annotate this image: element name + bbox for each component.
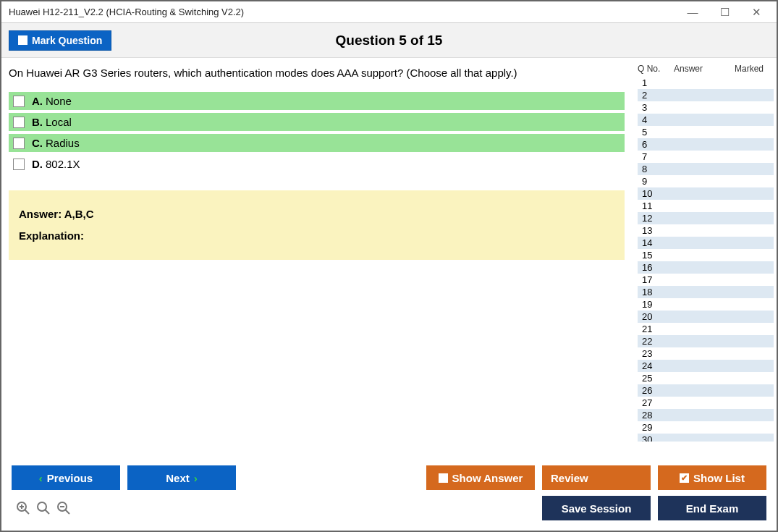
option-text: 802.1X (46, 158, 80, 170)
content-area: On Huawei AR G3 Series routers, which au… (1, 58, 777, 458)
review-label: Review (551, 472, 588, 484)
qlist-row[interactable]: 8 (638, 163, 774, 175)
qlist-row[interactable]: 14 (638, 237, 774, 249)
next-button[interactable]: Next › (127, 465, 236, 490)
option-text: None (46, 95, 72, 107)
qlist-row[interactable]: 17 (638, 274, 774, 286)
previous-label: Previous (47, 472, 93, 484)
option-text: Local (46, 116, 72, 128)
question-list-panel: Q No. Answer Marked 12345678910111213141… (632, 58, 777, 458)
qlist-row[interactable]: 19 (638, 298, 774, 311)
qlist-row[interactable]: 7 (638, 151, 774, 163)
option-A[interactable]: A. None (9, 92, 625, 110)
svg-line-7 (66, 510, 70, 515)
qlist-row[interactable]: 10 (638, 187, 774, 200)
button-row-2: Save Session End Exam (12, 496, 766, 520)
next-label: Next (166, 472, 190, 484)
save-session-button[interactable]: Save Session (542, 496, 651, 520)
qlist-row[interactable]: 2 (638, 89, 774, 101)
checkbox-icon[interactable] (13, 159, 25, 170)
qlist-row[interactable]: 25 (638, 372, 774, 384)
main-panel: On Huawei AR G3 Series routers, which au… (1, 58, 632, 458)
bottom-bar: ‹ Previous Next › Show Answer Review ✔ S… (1, 458, 777, 531)
maximize-icon[interactable]: ☐ (717, 6, 732, 19)
qlist-row[interactable]: 6 (638, 138, 774, 151)
window-title: Huawei H12-211_V2.2 (HCIA-Routing & Swit… (9, 7, 685, 17)
svg-line-5 (46, 510, 50, 515)
qlist-row[interactable]: 24 (638, 360, 774, 372)
show-list-button[interactable]: ✔ Show List (658, 465, 766, 490)
qlist-row[interactable]: 3 (638, 101, 774, 114)
qlist-row[interactable]: 11 (638, 200, 774, 212)
qlist-row[interactable]: 15 (638, 249, 774, 261)
top-strip: Mark Question Question 5 of 15 (1, 23, 777, 58)
checkbox-icon[interactable] (13, 138, 25, 149)
option-text: Radius (46, 137, 80, 149)
show-list-label: Show List (693, 472, 745, 484)
previous-button[interactable]: ‹ Previous (12, 465, 120, 490)
end-exam-label: End Exam (686, 502, 739, 515)
header-qno: Q No. (638, 64, 674, 74)
svg-point-4 (38, 502, 46, 511)
save-session-label: Save Session (562, 502, 632, 515)
qtable-header: Q No. Answer Marked (638, 64, 774, 77)
zoom-controls (12, 501, 71, 515)
answer-box: Answer: A,B,C Explanation: (9, 190, 625, 260)
qlist-row[interactable]: 16 (638, 261, 774, 274)
qlist-row[interactable]: 29 (638, 421, 774, 434)
qlist-row[interactable]: 4 (638, 114, 774, 126)
header-marked: Marked (724, 64, 774, 74)
qlist-row[interactable]: 12 (638, 212, 774, 224)
header-answer: Answer (674, 64, 724, 74)
options-list: A. NoneB. LocalC. RadiusD. 802.1X (9, 92, 625, 176)
question-prompt: On Huawei AR G3 Series routers, which au… (9, 67, 625, 79)
option-C[interactable]: C. Radius (9, 134, 625, 152)
zoom-out-icon[interactable] (56, 501, 71, 515)
qlist-row[interactable]: 20 (638, 311, 774, 323)
checkbox-checked-icon: ✔ (680, 473, 689, 483)
qlist-row[interactable]: 1 (638, 77, 774, 89)
show-answer-button[interactable]: Show Answer (426, 465, 535, 490)
qlist-row[interactable]: 30 (638, 434, 774, 442)
zoom-reset-icon[interactable] (36, 501, 51, 515)
qlist-row[interactable]: 21 (638, 323, 774, 335)
qlist-row[interactable]: 9 (638, 175, 774, 187)
option-letter: C. (32, 137, 43, 149)
end-exam-button[interactable]: End Exam (658, 496, 766, 520)
svg-line-1 (25, 510, 30, 515)
question-header: Question 5 of 15 (1, 33, 777, 48)
option-D[interactable]: D. 802.1X (9, 155, 625, 173)
explanation-label: Explanation: (19, 225, 614, 247)
chevron-right-icon: › (194, 472, 198, 484)
qlist-row[interactable]: 5 (638, 126, 774, 138)
checkbox-icon (18, 35, 28, 45)
review-button[interactable]: Review (542, 465, 651, 490)
button-row: ‹ Previous Next › Show Answer Review ✔ S… (12, 465, 766, 490)
qlist-row[interactable]: 18 (638, 286, 774, 298)
titlebar: Huawei H12-211_V2.2 (HCIA-Routing & Swit… (1, 1, 777, 23)
minimize-icon[interactable]: — (685, 6, 700, 19)
show-answer-label: Show Answer (452, 472, 523, 484)
mark-question-label: Mark Question (32, 35, 102, 46)
checkbox-icon (439, 473, 448, 483)
qlist-row[interactable]: 26 (638, 384, 774, 397)
option-letter: D. (32, 158, 43, 170)
chevron-left-icon: ‹ (39, 472, 43, 484)
checkbox-icon[interactable] (13, 117, 25, 128)
qlist-row[interactable]: 22 (638, 335, 774, 347)
qlist-row[interactable]: 13 (638, 224, 774, 237)
app-window: Huawei H12-211_V2.2 (HCIA-Routing & Swit… (0, 0, 778, 532)
mark-question-button[interactable]: Mark Question (9, 30, 111, 51)
qlist-row[interactable]: 23 (638, 347, 774, 360)
question-list[interactable]: 1234567891011121314151617181920212223242… (638, 77, 774, 442)
option-letter: B. (32, 116, 43, 128)
qlist-row[interactable]: 27 (638, 397, 774, 409)
qlist-row[interactable]: 28 (638, 409, 774, 421)
zoom-in-icon[interactable] (16, 501, 30, 515)
window-controls: — ☐ ✕ (685, 6, 769, 19)
checkbox-icon[interactable] (13, 96, 25, 107)
close-icon[interactable]: ✕ (749, 6, 764, 19)
answer-text: Answer: A,B,C (19, 203, 614, 225)
option-letter: A. (32, 95, 43, 107)
option-B[interactable]: B. Local (9, 113, 625, 131)
